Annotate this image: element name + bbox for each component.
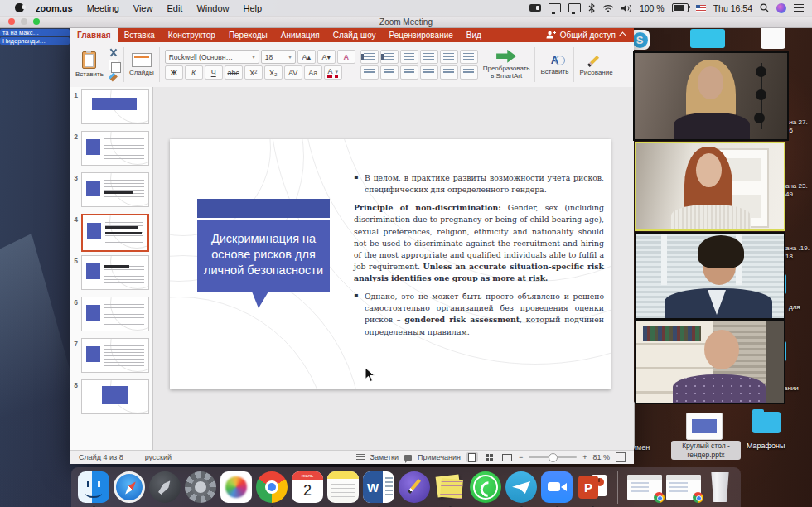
dock-trash-icon[interactable] [708, 472, 732, 502]
line-spacing-button[interactable] [440, 50, 458, 64]
dock-chrome-icon[interactable] [256, 471, 288, 503]
wifi-icon[interactable] [602, 4, 614, 12]
ppt-file-label[interactable]: Круглый стол - гендер.pptx [671, 441, 741, 460]
slide-thumbnail-8[interactable] [81, 379, 149, 414]
zoom-slider-knob[interactable] [549, 453, 558, 462]
comments-toggle[interactable]: Примечания [418, 453, 461, 461]
dock-system-preferences-icon[interactable] [185, 471, 216, 503]
zoom-percentage[interactable]: 81 % [592, 453, 610, 461]
indent-decrease-button[interactable] [400, 50, 418, 64]
slide-thumbnail-7[interactable] [81, 338, 149, 373]
desktop-folder-icon[interactable] [690, 29, 725, 48]
slide-thumbnail-5[interactable] [81, 255, 149, 290]
participant-video-2-active-speaker[interactable] [635, 142, 785, 231]
copy-icon[interactable] [109, 60, 118, 70]
tab-slideshow[interactable]: Слайд-шоу [326, 27, 383, 42]
desktop-file-label[interactable]: Нидерланды… [0, 37, 70, 45]
slide-thumbnail-4-selected[interactable] [81, 214, 149, 252]
bullets-button[interactable] [360, 50, 379, 64]
cut-icon[interactable] [109, 48, 118, 57]
grow-font-button[interactable]: А▴ [297, 50, 316, 64]
menu-item-help[interactable]: Help [244, 3, 263, 13]
align-text-button[interactable] [460, 65, 478, 80]
tab-view[interactable]: Вид [460, 27, 488, 42]
slide-canvas[interactable]: Дискриминация на основе рисков для лично… [170, 139, 611, 389]
collapse-ribbon-icon[interactable] [619, 32, 627, 41]
superscript-button[interactable]: X² [244, 65, 263, 80]
slide-sorter-view-button[interactable] [484, 452, 495, 462]
dock-whatsapp-icon[interactable] [470, 471, 501, 503]
shrink-font-button[interactable]: А▾ [317, 50, 336, 64]
tab-design[interactable]: Конструктор [162, 27, 222, 42]
character-spacing-button[interactable]: AV [284, 65, 302, 80]
font-size-select[interactable]: 18▾ [261, 50, 296, 64]
apple-menu-icon[interactable] [15, 3, 24, 12]
italic-button[interactable]: К [185, 65, 203, 80]
dock-word-icon[interactable]: W [363, 471, 394, 503]
align-center-button[interactable] [380, 65, 399, 80]
slide-thumbnail-6[interactable] [81, 297, 149, 331]
menu-item-meeting[interactable]: Meeting [87, 3, 119, 13]
slide-thumbnail-3[interactable] [81, 172, 149, 207]
tab-animations[interactable]: Анимация [274, 27, 326, 42]
dock-drawing-app-icon[interactable] [399, 471, 430, 503]
paste-button[interactable]: Вставить [75, 51, 104, 78]
new-slide-icon[interactable] [132, 53, 152, 67]
keyboard-layout-flag-icon[interactable] [696, 5, 706, 12]
siri-icon[interactable] [776, 3, 786, 13]
insert-text-icon[interactable]: А [551, 55, 558, 66]
menu-item-edit[interactable]: Edit [167, 3, 182, 13]
display-icon[interactable] [549, 3, 561, 12]
underline-button[interactable]: Ч [205, 65, 223, 80]
dock-calendar-icon[interactable]: июль2 [292, 471, 323, 503]
notes-icon[interactable] [356, 454, 365, 461]
text-direction-button[interactable] [440, 65, 458, 80]
align-left-button[interactable] [360, 65, 379, 80]
format-painter-icon[interactable] [109, 73, 118, 82]
menu-item-zoomus[interactable]: zoom.us [36, 3, 73, 13]
volume-icon[interactable] [621, 4, 632, 12]
font-color-button[interactable]: А▾ [324, 65, 342, 80]
bluetooth-icon[interactable] [588, 3, 595, 13]
dock-telegram-icon[interactable] [505, 471, 537, 503]
minimized-chrome-window-2[interactable] [666, 475, 701, 500]
tab-review[interactable]: Рецензирование [383, 27, 460, 42]
dock-finder-icon[interactable] [78, 471, 109, 503]
justify-button[interactable] [420, 65, 438, 80]
bold-button[interactable]: Ж [165, 65, 183, 80]
change-case-button[interactable]: Аа [304, 65, 322, 80]
font-name-select[interactable]: Rockwell (Основн…▾ [165, 50, 259, 64]
tab-insert[interactable]: Вставка [118, 27, 162, 42]
zoom-slider[interactable] [529, 456, 577, 458]
participant-video-3[interactable] [635, 232, 785, 320]
smartart-label[interactable]: Преобразовать в SmartArt [483, 65, 530, 80]
camera-status-icon[interactable] [529, 4, 541, 12]
numbering-button[interactable] [380, 50, 399, 64]
share-button[interactable]: Общий доступ [538, 27, 634, 42]
ppt-file-desktop-icon[interactable] [686, 413, 723, 440]
strikethrough-button[interactable]: abc [225, 65, 243, 80]
participant-video-4[interactable] [635, 320, 785, 404]
zoom-out-button[interactable]: − [519, 453, 523, 461]
subscript-button[interactable]: X₂ [264, 65, 283, 80]
slide-thumbnail-2[interactable] [81, 131, 149, 166]
indent-increase-button[interactable] [420, 50, 438, 64]
dock-zoom-icon[interactable] [541, 471, 573, 503]
fit-slide-button[interactable] [616, 452, 626, 462]
normal-view-button[interactable] [466, 452, 478, 462]
dock-powerpoint-icon[interactable]: P [577, 471, 608, 503]
menu-item-view[interactable]: View [133, 3, 153, 13]
slide-thumbnail-1[interactable] [81, 89, 149, 124]
desktop-file-icon[interactable] [761, 27, 785, 49]
smartart-icon[interactable] [496, 50, 516, 63]
participant-video-1[interactable] [633, 51, 789, 141]
align-right-button[interactable] [400, 65, 418, 80]
slideshow-view-button[interactable] [501, 452, 513, 462]
dock-stickies-icon[interactable] [434, 471, 466, 503]
tab-home[interactable]: Главная [70, 27, 118, 42]
minimized-chrome-window-1[interactable] [627, 475, 662, 500]
clear-formatting-button[interactable]: А [337, 50, 355, 64]
mirroring-icon[interactable] [568, 3, 581, 12]
dock-photos-icon[interactable] [220, 471, 252, 503]
menu-item-window[interactable]: Window [196, 3, 229, 13]
